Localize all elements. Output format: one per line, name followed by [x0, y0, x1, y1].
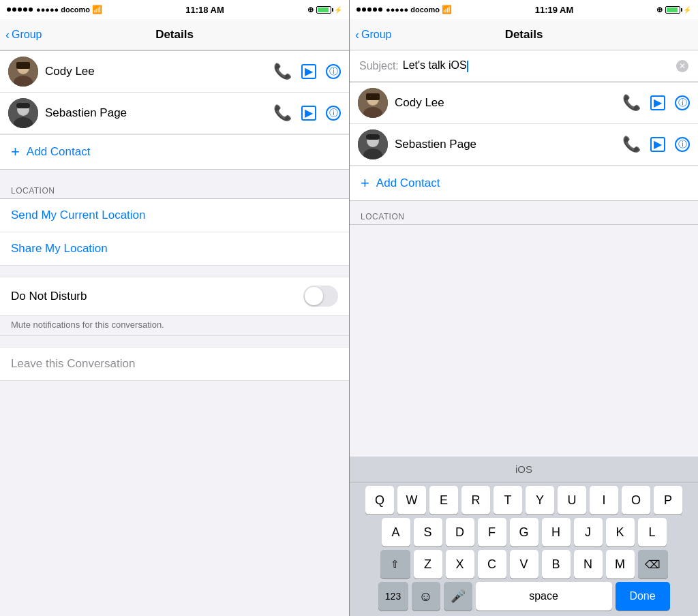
left-charge-icon: ⚡ — [334, 6, 342, 14]
key-p[interactable]: P — [654, 486, 682, 514]
left-avatar-cody — [8, 57, 38, 87]
key-mic[interactable]: 🎤 — [444, 582, 472, 611]
key-d[interactable]: D — [446, 518, 474, 546]
key-g[interactable]: G — [510, 518, 538, 546]
right-status-left: ●●●●● docomo 📶 — [356, 5, 452, 14]
right-subject-label: Subject: — [359, 60, 399, 72]
key-z[interactable]: Z — [414, 550, 442, 579]
key-q[interactable]: Q — [365, 486, 394, 514]
key-space[interactable]: space — [476, 582, 612, 611]
right-wifi-icon: 📶 — [442, 5, 452, 14]
key-o[interactable]: O — [622, 486, 650, 514]
left-dnd-row: Do Not Disturb — [0, 277, 349, 315]
right-back-button[interactable]: ‹ Group — [355, 29, 391, 41]
right-contact-actions-cody: 📞 ▶ ⓘ — [622, 95, 690, 110]
right-contacts-section: Cody Lee 📞 ▶ ⓘ Se — [350, 82, 698, 201]
left-contact-name-seb: Sebastien Page — [45, 106, 273, 120]
svg-rect-19 — [366, 134, 380, 140]
key-c[interactable]: C — [478, 550, 506, 579]
right-time: 11:19 AM — [535, 5, 574, 15]
key-emoji[interactable]: ☺ — [412, 582, 440, 611]
left-bt-icon: ⊕ — [307, 5, 314, 14]
right-charge-icon: ⚡ — [683, 6, 691, 14]
left-video-icon-cody[interactable]: ▶ — [301, 64, 316, 79]
right-phone-icon-cody[interactable]: 📞 — [622, 95, 641, 110]
key-x[interactable]: X — [446, 550, 474, 579]
left-avatar-seb — [8, 98, 38, 128]
key-k[interactable]: K — [606, 518, 635, 546]
left-leave-row[interactable]: Leave this Conversation — [0, 347, 349, 381]
left-wifi-icon: 📶 — [92, 5, 102, 14]
kb-suggestion-bar: iOS — [350, 457, 698, 482]
key-i[interactable]: I — [590, 486, 618, 514]
key-delete[interactable]: ⌫ — [638, 550, 668, 579]
key-f[interactable]: F — [478, 518, 506, 546]
right-nav-title: Details — [505, 28, 543, 42]
left-location-header: LOCATION — [0, 181, 349, 199]
left-phone-icon-cody[interactable]: 📞 — [273, 64, 292, 79]
left-mute-desc: Mute notifications for this conversation… — [0, 315, 349, 336]
right-contact-row-cody: Cody Lee 📞 ▶ ⓘ — [350, 82, 698, 124]
left-gap-2 — [0, 266, 349, 271]
key-w[interactable]: W — [397, 486, 426, 514]
key-l[interactable]: L — [638, 518, 667, 546]
left-dnd-toggle[interactable] — [303, 286, 338, 307]
right-subject-input[interactable]: Let's talk iOS — [403, 59, 676, 72]
left-gap-3 — [0, 336, 349, 341]
kb-bottom-row: 123 ☺ 🎤 space Done — [350, 579, 698, 616]
key-h[interactable]: H — [542, 518, 571, 546]
svg-rect-4 — [16, 62, 30, 69]
left-nav-title: Details — [155, 28, 194, 42]
svg-rect-9 — [16, 103, 30, 108]
right-info-icon-seb[interactable]: ⓘ — [675, 137, 690, 152]
kb-suggestion-center[interactable]: iOS — [466, 463, 582, 475]
right-location-header: LOCATION — [350, 206, 698, 225]
left-phone-panel: ●●●●● docomo 📶 11:18 AM ⊕ ⚡ ‹ Group Deta… — [0, 0, 349, 616]
key-v[interactable]: V — [510, 550, 538, 579]
right-bt-icon: ⊕ — [656, 5, 663, 14]
key-a[interactable]: A — [382, 518, 410, 546]
key-j[interactable]: J — [574, 518, 603, 546]
key-r[interactable]: R — [461, 486, 490, 514]
left-contact-row-cody: Cody Lee 📞 ▶ ⓘ — [0, 51, 349, 93]
key-done[interactable]: Done — [616, 582, 670, 611]
right-info-icon-cody[interactable]: ⓘ — [675, 95, 690, 110]
key-n[interactable]: N — [574, 550, 603, 579]
left-add-contact-label: Add Contact — [27, 145, 91, 159]
right-cursor — [467, 61, 468, 72]
left-send-location[interactable]: Send My Current Location — [0, 199, 349, 232]
left-back-button[interactable]: ‹ Group — [5, 29, 42, 41]
key-shift[interactable]: ⇧ — [380, 550, 410, 579]
key-t[interactable]: T — [494, 486, 522, 514]
key-b[interactable]: B — [542, 550, 571, 579]
right-add-contact-row[interactable]: + Add Contact — [350, 166, 698, 200]
left-phone-icon-seb[interactable]: 📞 — [273, 106, 292, 121]
left-dnd-label: Do Not Disturb — [11, 290, 303, 303]
left-battery — [316, 6, 331, 14]
key-s[interactable]: S — [414, 518, 442, 546]
left-contact-actions-seb: 📞 ▶ ⓘ — [273, 106, 341, 121]
right-signal — [356, 7, 382, 12]
key-123[interactable]: 123 — [378, 582, 408, 611]
key-e[interactable]: E — [429, 486, 458, 514]
right-video-icon-cody[interactable]: ▶ — [650, 95, 665, 110]
left-info-icon-cody[interactable]: ⓘ — [326, 64, 341, 79]
left-video-icon-seb[interactable]: ▶ — [301, 106, 316, 121]
left-time: 11:18 AM — [185, 5, 224, 15]
key-u[interactable]: U — [558, 486, 586, 514]
right-video-icon-seb[interactable]: ▶ — [650, 137, 665, 152]
right-phone-icon-seb[interactable]: 📞 — [622, 137, 641, 152]
right-carrier: ●●●●● docomo — [386, 5, 440, 14]
left-add-contact-row[interactable]: + Add Contact — [0, 134, 349, 169]
left-status-bar: ●●●●● docomo 📶 11:18 AM ⊕ ⚡ — [0, 0, 349, 19]
left-contact-row-seb: Sebastien Page 📞 ▶ ⓘ — [0, 93, 349, 134]
right-keyboard: iOS Q W E R T Y U I O P A S D F G H J K … — [350, 457, 698, 616]
left-info-icon-seb[interactable]: ⓘ — [326, 106, 341, 121]
left-status-right: ⊕ ⚡ — [307, 5, 342, 14]
key-y[interactable]: Y — [526, 486, 554, 514]
key-m[interactable]: M — [606, 550, 635, 579]
left-status-left: ●●●●● docomo 📶 — [7, 5, 102, 14]
right-clear-button[interactable]: ✕ — [676, 60, 688, 72]
left-gap-1 — [0, 170, 349, 175]
left-share-location[interactable]: Share My Location — [0, 232, 349, 266]
